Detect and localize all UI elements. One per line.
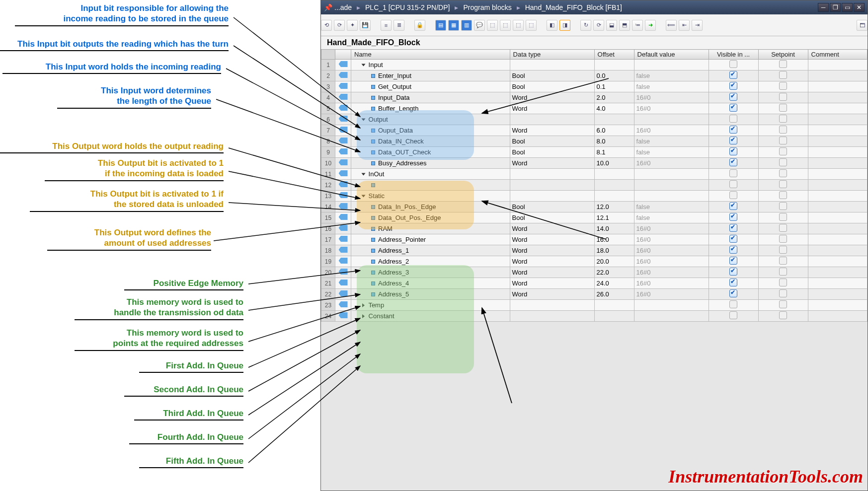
name-cell[interactable]: Output (351, 114, 510, 125)
name-cell[interactable]: Get_Output (351, 81, 510, 92)
tool-btn[interactable]: ⬚ (500, 20, 511, 31)
setpoint-checkbox[interactable] (779, 126, 787, 134)
table-row[interactable]: 22Address_5Word26.016#0 (321, 289, 868, 300)
setpoint-checkbox[interactable] (779, 235, 787, 243)
visible-checkbox[interactable] (729, 235, 737, 243)
table-row[interactable]: 6 Output (321, 114, 868, 125)
table-row[interactable]: 23 Temp (321, 300, 868, 311)
name-cell[interactable]: Address_5 (351, 289, 510, 300)
table-row[interactable]: 17Address_PointerWord16.016#0 (321, 234, 868, 245)
expand-icon[interactable] (362, 64, 366, 67)
visible-checkbox[interactable] (729, 180, 737, 188)
name-cell[interactable]: Address_3 (351, 267, 510, 278)
visible-checkbox[interactable] (729, 279, 737, 286)
table-row[interactable]: 18Address_1Word18.016#0 (321, 245, 868, 256)
setpoint-checkbox[interactable] (779, 191, 787, 199)
table-row[interactable]: 13 Static (321, 191, 868, 202)
visible-checkbox[interactable] (729, 104, 737, 112)
name-cell[interactable]: Constant (351, 311, 510, 322)
visible-checkbox[interactable] (729, 289, 737, 297)
setpoint-checkbox[interactable] (779, 115, 787, 123)
tool-btn[interactable]: ↻ (580, 20, 591, 31)
expand-icon[interactable] (362, 173, 366, 176)
setpoint-checkbox[interactable] (779, 147, 787, 155)
visible-checkbox[interactable] (729, 60, 737, 68)
setpoint-checkbox[interactable] (779, 202, 787, 210)
name-cell[interactable]: RAM (351, 223, 510, 234)
table-row[interactable]: 12 (321, 180, 868, 191)
name-cell[interactable]: Static (351, 191, 510, 202)
table-row[interactable]: 5Buffer_LengthWord4.016#0 (321, 103, 868, 114)
tool-btn[interactable]: ▥ (461, 20, 472, 31)
tool-btn[interactable]: ⟸ (666, 20, 677, 31)
table-row[interactable]: 9Data_OUT_CheckBool8.1false (321, 147, 868, 158)
col-default[interactable]: Default value (634, 50, 709, 60)
tool-btn[interactable]: ⇤ (679, 20, 690, 31)
setpoint-checkbox[interactable] (779, 158, 787, 166)
visible-checkbox[interactable] (729, 115, 737, 123)
table-row[interactable]: 11 InOut (321, 169, 868, 180)
tool-btn[interactable]: ⟲ (321, 20, 332, 31)
tool-btn[interactable]: ⟳ (593, 20, 604, 31)
tool-btn[interactable]: ◧ (547, 20, 557, 31)
tool-btn[interactable]: 💾 (360, 20, 371, 31)
setpoint-checkbox[interactable] (779, 137, 787, 144)
tool-btn[interactable]: ▦ (448, 20, 459, 31)
name-cell[interactable]: Ouput_Data (351, 125, 510, 136)
tool-btn[interactable]: ≣ (394, 20, 404, 31)
path-0[interactable]: ...ade (334, 3, 352, 11)
tool-btn[interactable]: ⬚ (513, 20, 524, 31)
setpoint-checkbox[interactable] (779, 71, 787, 79)
tool-btn[interactable]: 💬 (474, 20, 485, 31)
name-cell[interactable]: Address_2 (351, 256, 510, 267)
name-cell[interactable]: Address_Pointer (351, 234, 510, 245)
tool-btn[interactable]: 🔒 (414, 20, 425, 31)
visible-checkbox[interactable] (729, 137, 737, 144)
visible-checkbox[interactable] (729, 268, 737, 276)
tool-btn[interactable]: ⬓ (606, 20, 617, 31)
path-1[interactable]: PLC_1 [CPU 315-2 PN/DP] (365, 3, 450, 11)
tool-btn[interactable]: ⟳ (334, 20, 345, 31)
name-cell[interactable]: Busy_Addresses (351, 158, 510, 169)
name-cell[interactable]: Data_OUT_Check (351, 147, 510, 158)
visible-checkbox[interactable] (729, 191, 737, 199)
tool-btn[interactable]: ▤ (435, 20, 446, 31)
col-datatype[interactable]: Data type (510, 50, 594, 60)
visible-checkbox[interactable] (729, 158, 737, 166)
visible-checkbox[interactable] (729, 246, 737, 254)
table-row[interactable]: 14Data_In_Pos._EdgeBool12.0false (321, 202, 868, 212)
setpoint-checkbox[interactable] (779, 180, 787, 188)
table-row[interactable]: 16RAMWord14.016#0 (321, 223, 868, 234)
visible-checkbox[interactable] (729, 147, 737, 155)
tool-btn[interactable]: ⇥ (692, 20, 703, 31)
name-cell[interactable] (351, 180, 510, 191)
visible-checkbox[interactable] (729, 224, 737, 232)
tool-btn[interactable]: 🗔 (857, 20, 868, 31)
visible-checkbox[interactable] (729, 82, 737, 90)
table-row[interactable]: 2Enter_InputBool0.0false (321, 70, 868, 81)
expand-icon[interactable] (362, 314, 365, 318)
name-cell[interactable]: Buffer_Length (351, 103, 510, 114)
name-cell[interactable]: Address_4 (351, 278, 510, 289)
setpoint-checkbox[interactable] (779, 246, 787, 254)
tool-btn[interactable]: ◨ (559, 20, 570, 31)
maximize-button[interactable]: ▭ (842, 3, 853, 12)
col-setpoint[interactable]: Setpoint (758, 50, 808, 60)
table-row[interactable]: 24 Constant (321, 311, 868, 322)
name-cell[interactable]: Data_In_Pos._Edge (351, 202, 510, 212)
visible-checkbox[interactable] (729, 257, 737, 265)
name-cell[interactable]: Data_Out_Pos._Edge (351, 212, 510, 223)
minimize-button[interactable]: ─ (818, 3, 829, 12)
setpoint-checkbox[interactable] (779, 279, 787, 286)
visible-checkbox[interactable] (729, 93, 737, 101)
setpoint-checkbox[interactable] (779, 268, 787, 276)
restore-button[interactable]: ❐ (830, 3, 841, 12)
table-row[interactable]: 1 Input (321, 60, 868, 70)
setpoint-checkbox[interactable] (779, 213, 787, 221)
expand-icon[interactable] (362, 195, 366, 198)
setpoint-checkbox[interactable] (779, 82, 787, 90)
expand-icon[interactable] (362, 303, 365, 307)
col-visible[interactable]: Visible in ... (709, 50, 758, 60)
table-row[interactable]: 10Busy_AddressesWord10.016#0 (321, 158, 868, 169)
tool-btn[interactable]: ≡ (381, 20, 392, 31)
